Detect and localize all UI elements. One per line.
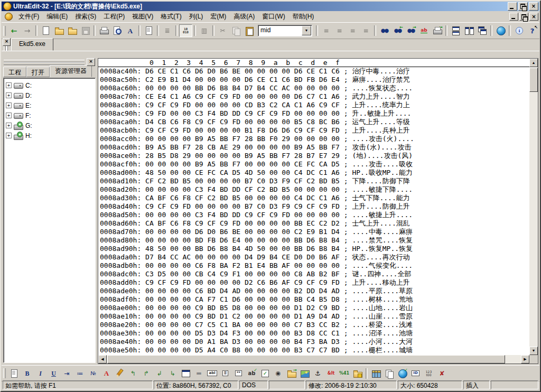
anchor-icon[interactable]: ⚓ bbox=[311, 367, 324, 380]
expand-icon[interactable]: + bbox=[6, 133, 12, 138]
panel-tab-3[interactable]: 资源管理器 bbox=[50, 65, 92, 77]
numbered-list-icon[interactable]: № bbox=[87, 367, 100, 380]
tree-item-h[interactable]: +H: bbox=[6, 130, 95, 141]
find-icon[interactable]: ●● bbox=[378, 24, 391, 37]
menu-item-7[interactable]: 列(L) bbox=[185, 11, 207, 22]
hex-row[interactable]: 0008ae00h: 00 00 00 00 C9 BD B5 D8 00 00… bbox=[100, 304, 529, 312]
hex-row[interactable]: 0008ac90h: C9 FD 00 00 C3 F4 BD DD C9 CF… bbox=[100, 109, 529, 118]
mdi-minimize-button[interactable] bbox=[509, 13, 518, 21]
find-next-icon[interactable]: ●●→ bbox=[404, 24, 417, 37]
tree-item-e[interactable]: +E: bbox=[6, 100, 95, 110]
hex-row[interactable]: 0008ae50h: 00 00 00 00 D5 A4 C0 B8 00 00… bbox=[100, 346, 529, 354]
hex-row[interactable]: 0008adc0h: C3 D5 00 00 CB C4 C9 F1 00 00… bbox=[100, 270, 529, 278]
insert-form-icon[interactable]: → bbox=[285, 367, 298, 380]
search-document-icon[interactable] bbox=[110, 24, 124, 37]
hex-row[interactable]: 0008ace0h: 28 B5 D8 29 00 00 00 00 B9 A5… bbox=[100, 152, 529, 160]
hex-content[interactable]: 0008ac40h: D6 CE C1 C6 D6 D0 B6 BE 00 00… bbox=[98, 67, 529, 355]
back-icon[interactable]: ← bbox=[7, 24, 21, 37]
horizontal-scrollbar[interactable]: ◀ ▶ bbox=[98, 355, 529, 363]
list-box-icon[interactable]: ≣ bbox=[219, 367, 232, 380]
hex-row[interactable]: 0008ae20h: 00 00 00 00 C7 C5 C1 BA 00 00… bbox=[100, 321, 529, 329]
hex-row[interactable]: 0008ac40h: D6 CE C1 C6 D6 D0 B6 BE 00 00… bbox=[100, 67, 529, 76]
hex-row[interactable]: 0008ad60h: CA BF C6 F8 C9 CF C9 FD 00 00… bbox=[100, 219, 529, 228]
menu-item-6[interactable]: 格式(T) bbox=[157, 11, 185, 22]
restore-button[interactable] bbox=[518, 2, 528, 11]
expand-icon[interactable]: + bbox=[6, 82, 12, 88]
tab-close-button[interactable]: × bbox=[3, 38, 11, 46]
mdi-close-button[interactable]: × bbox=[529, 13, 538, 21]
hex-row[interactable]: 0008acb0h: C9 CF C9 FD 00 00 00 00 B1 F8… bbox=[100, 126, 529, 135]
copy-formatted-icon[interactable] bbox=[383, 367, 396, 380]
hex-row[interactable]: 0008ad20h: 00 00 00 00 C3 F4 BD DD CF C2… bbox=[100, 185, 529, 194]
toolbar-grip[interactable] bbox=[3, 368, 6, 378]
vertical-scrollbar[interactable]: ▲ ▼ bbox=[529, 59, 538, 355]
protect-file-icon[interactable] bbox=[351, 367, 364, 380]
hex-row[interactable]: 0008ad70h: 00 00 00 00 D6 D0 B6 BE 00 00… bbox=[100, 228, 529, 236]
paste-icon[interactable] bbox=[242, 24, 256, 37]
open-project-icon[interactable] bbox=[66, 24, 79, 37]
about-icon[interactable] bbox=[512, 24, 526, 37]
expand-icon[interactable]: + bbox=[6, 92, 12, 98]
hex-row[interactable]: 0008ac50h: C2 E9 B1 D4 00 00 00 00 D6 CE… bbox=[100, 76, 529, 84]
hex-row[interactable]: 0008add0h: C9 CF C9 FD 00 00 00 00 D2 C6… bbox=[100, 278, 529, 287]
paragraph-indent-icon[interactable]: ⇥ bbox=[60, 367, 73, 380]
split-vertical-icon[interactable] bbox=[462, 24, 475, 37]
font-color-icon[interactable]: A bbox=[100, 367, 113, 380]
hex-row[interactable]: 0008acd0h: B9 A5 BB F7 28 CB AE 29 00 00… bbox=[100, 143, 529, 152]
combo-dropdown-button[interactable]: ▼ bbox=[302, 26, 311, 35]
html-entity-icon[interactable]: &lt bbox=[324, 367, 338, 380]
hex-row[interactable]: 0008acf0h: 00 00 00 00 B9 A5 BB F7 00 00… bbox=[100, 160, 529, 169]
hex-row[interactable]: 0008acc0h: 00 00 00 00 B9 A5 BB F7 28 BB… bbox=[100, 135, 529, 143]
hex-row[interactable]: 0008ae40h: 00 00 00 00 D0 A1 BA D3 00 00… bbox=[100, 338, 529, 346]
close-button[interactable]: × bbox=[529, 2, 538, 11]
web-preview-icon[interactable] bbox=[179, 367, 192, 380]
menu-item-1[interactable]: 文件(F) bbox=[15, 11, 43, 22]
split-horizontal-icon[interactable] bbox=[449, 24, 462, 37]
renumber-lines-icon[interactable]: 123 t00 bbox=[422, 367, 435, 380]
justify-center-icon[interactable]: ↱ bbox=[139, 367, 153, 380]
panel-close-button[interactable]: × bbox=[87, 58, 95, 66]
validate-html-icon[interactable]: ✓ bbox=[396, 367, 409, 380]
italic-icon[interactable]: I bbox=[34, 367, 47, 380]
web-page-icon[interactable] bbox=[7, 367, 21, 380]
tree-item-d[interactable]: +D: bbox=[6, 90, 95, 100]
find-prev-icon[interactable]: ●●← bbox=[391, 24, 404, 37]
expand-icon[interactable]: + bbox=[6, 102, 12, 108]
menu-item-3[interactable]: 搜索(S) bbox=[71, 11, 100, 22]
horizontal-rule-icon[interactable]: ▬ bbox=[192, 367, 206, 380]
radio-button-icon[interactable]: ◉ bbox=[272, 367, 285, 380]
cascade-windows-icon[interactable] bbox=[475, 24, 489, 37]
menu-item-2[interactable]: 编辑(E) bbox=[43, 11, 71, 22]
panel-tab-1[interactable]: 工程 bbox=[3, 67, 26, 77]
bullet-list-icon[interactable]: ≔ bbox=[73, 367, 87, 380]
open-file-icon[interactable] bbox=[52, 24, 66, 37]
highlight-icon[interactable] bbox=[113, 367, 126, 380]
toolbar-grip[interactable] bbox=[3, 26, 6, 36]
hex-row[interactable]: 0008ad00h: 48 50 00 00 CE FC CA D5 4D 50… bbox=[100, 169, 529, 177]
scroll-right-button[interactable]: ▶ bbox=[521, 355, 529, 363]
hex-row[interactable]: 0008adf0h: 00 00 00 00 CA F7 C1 D6 00 00… bbox=[100, 295, 529, 304]
hex-row[interactable]: 0008ac70h: CE E4 C1 A6 C9 CF C9 FD 00 00… bbox=[100, 92, 529, 101]
mdi-restore-button[interactable] bbox=[519, 13, 528, 21]
print-icon[interactable] bbox=[97, 24, 110, 37]
insert-image-icon[interactable] bbox=[298, 367, 311, 380]
tree-item-g[interactable]: +G: bbox=[6, 120, 95, 130]
hex-row[interactable]: 0008ad40h: C9 CF C9 FD 00 00 00 00 B7 C0… bbox=[100, 202, 529, 211]
text-field-icon[interactable]: abl bbox=[206, 367, 219, 380]
tab-bar-grip[interactable] bbox=[4, 46, 6, 51]
justify-right-icon[interactable]: ↲ bbox=[153, 367, 166, 380]
bold-icon[interactable]: B bbox=[21, 367, 34, 380]
document-system-icon[interactable] bbox=[5, 13, 13, 21]
char-convert-icon[interactable]: %41 bbox=[338, 367, 351, 380]
menu-item-4[interactable]: 工程(P) bbox=[100, 11, 128, 22]
hex-row[interactable]: 0008ac60h: 00 00 00 00 BB D6 B8 B4 D7 B4… bbox=[100, 84, 529, 92]
panel-header[interactable]: × bbox=[3, 58, 96, 66]
checkbox-icon[interactable] bbox=[258, 367, 272, 380]
password-field-icon[interactable]: ** bbox=[232, 367, 245, 380]
menu-item-9[interactable]: 高级(A) bbox=[230, 11, 258, 22]
scroll-down-button[interactable]: ▼ bbox=[529, 347, 538, 355]
hex-row[interactable]: 0008ae30h: 00 00 00 00 D5 D3 D4 F3 00 00… bbox=[100, 329, 529, 338]
hex-row[interactable]: 0008ad90h: 48 50 00 00 BB D6 B8 B4 4D 50… bbox=[100, 245, 529, 253]
replace-icon[interactable]: ab bbox=[417, 24, 431, 37]
hex-row[interactable]: 0008ad50h: 00 00 00 00 C3 F4 BD DD C9 CF… bbox=[100, 211, 529, 219]
